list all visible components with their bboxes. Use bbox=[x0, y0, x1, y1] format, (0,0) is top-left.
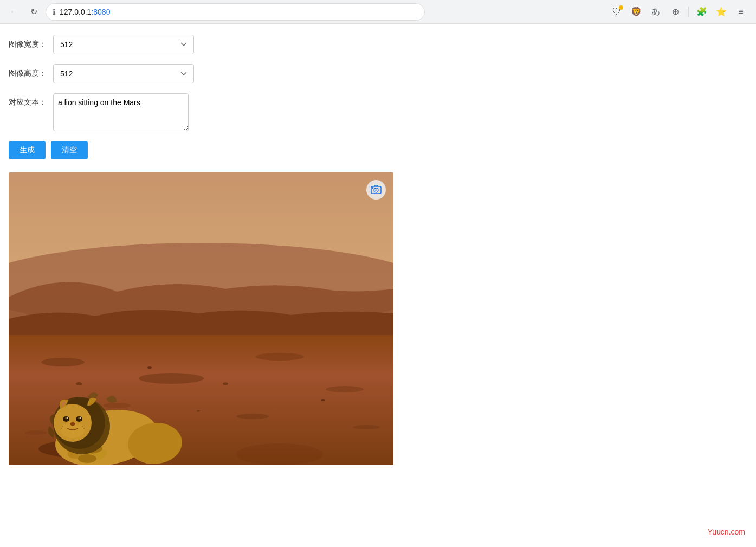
svg-point-36 bbox=[62, 426, 63, 427]
text-input[interactable]: a lion sitting on the Mars bbox=[53, 93, 189, 131]
svg-point-7 bbox=[104, 403, 131, 408]
width-row: 图像宽度： 256 512 768 1024 bbox=[9, 35, 747, 54]
address-text: 127.0.0.1:8080 bbox=[60, 8, 110, 16]
screenshot-icon bbox=[371, 184, 382, 195]
screenshot-button[interactable] bbox=[366, 180, 386, 200]
buttons-row: 生成 清空 bbox=[9, 141, 747, 159]
browser-actions: 🛡 🦁 あ ⊕ 🧩 ⭐ ≡ bbox=[608, 3, 749, 21]
browser-chrome: ← ↻ ℹ 127.0.0.1:8080 🛡 🦁 あ ⊕ 🧩 ⭐ ≡ bbox=[0, 0, 756, 24]
generated-image bbox=[9, 172, 393, 465]
svg-point-8 bbox=[236, 414, 269, 419]
svg-point-13 bbox=[223, 383, 228, 385]
svg-point-6 bbox=[326, 386, 364, 392]
page-content: 图像宽度： 256 512 768 1024 图像高度： 256 512 768… bbox=[0, 24, 756, 476]
svg-point-42 bbox=[375, 189, 377, 191]
menu-button[interactable]: ≡ bbox=[732, 3, 749, 21]
height-select[interactable]: 256 512 768 1024 bbox=[53, 64, 194, 83]
svg-point-10 bbox=[353, 425, 380, 429]
svg-point-38 bbox=[82, 426, 83, 427]
reader-mode-button[interactable]: ⊕ bbox=[667, 3, 684, 21]
image-container bbox=[9, 172, 393, 465]
back-button[interactable]: ← bbox=[7, 4, 22, 20]
text-label: 对应文本： bbox=[9, 98, 47, 107]
svg-point-14 bbox=[321, 399, 325, 401]
width-label: 图像宽度： bbox=[9, 40, 47, 49]
svg-point-4 bbox=[139, 373, 204, 384]
height-label: 图像高度： bbox=[9, 69, 47, 79]
address-bar[interactable]: ℹ 127.0.0.1:8080 bbox=[46, 3, 425, 21]
width-select[interactable]: 256 512 768 1024 bbox=[53, 35, 194, 54]
leo-ai-button[interactable]: 🦁 bbox=[628, 3, 645, 21]
clear-button[interactable]: 清空 bbox=[51, 141, 88, 159]
svg-point-34 bbox=[80, 417, 81, 419]
svg-point-11 bbox=[76, 382, 82, 385]
generate-button[interactable]: 生成 bbox=[9, 141, 46, 159]
text-row: 对应文本： a lion sitting on the Mars bbox=[9, 93, 747, 131]
svg-point-39 bbox=[83, 428, 85, 429]
svg-point-9 bbox=[25, 430, 47, 435]
refresh-button[interactable]: ↻ bbox=[26, 4, 41, 20]
svg-point-3 bbox=[41, 358, 85, 366]
translate-button[interactable]: あ bbox=[647, 3, 664, 21]
svg-point-33 bbox=[67, 417, 68, 419]
svg-point-15 bbox=[197, 410, 200, 412]
svg-point-24 bbox=[78, 454, 96, 463]
toolbar-divider bbox=[688, 7, 689, 17]
svg-point-5 bbox=[255, 353, 304, 361]
svg-rect-43 bbox=[372, 188, 373, 189]
bookmarks-button[interactable]: ⭐ bbox=[713, 3, 730, 21]
brave-shield-button[interactable]: 🛡 bbox=[608, 3, 625, 21]
shield-badge bbox=[619, 5, 623, 10]
height-row: 图像高度： 256 512 768 1024 bbox=[9, 64, 747, 83]
svg-point-17 bbox=[236, 443, 323, 465]
svg-point-35 bbox=[70, 422, 75, 426]
info-icon: ℹ bbox=[53, 8, 55, 16]
extensions-button[interactable]: 🧩 bbox=[693, 3, 710, 21]
svg-point-37 bbox=[61, 428, 62, 429]
svg-point-12 bbox=[147, 366, 152, 369]
